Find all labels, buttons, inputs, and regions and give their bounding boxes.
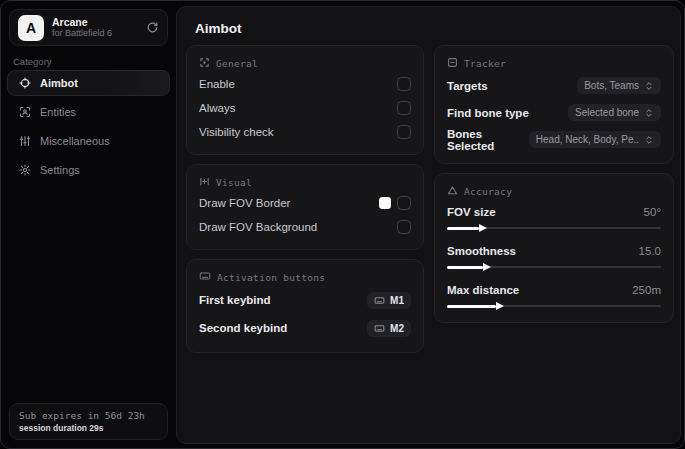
unfold-icon	[644, 81, 654, 91]
unfold-icon	[644, 108, 654, 118]
sidebar-item-miscellaneous[interactable]: Miscellaneous	[7, 128, 170, 154]
keyboard-icon	[374, 323, 385, 334]
enable-row: Enable	[199, 72, 411, 96]
sidebar-item-label: Settings	[40, 164, 80, 176]
unfold-icon	[644, 135, 654, 145]
second-keybind-button[interactable]: M2	[367, 320, 411, 337]
row-label: First keybind	[199, 294, 271, 306]
row-label: Enable	[199, 78, 235, 90]
app-title: Arcane	[52, 16, 138, 28]
keyboard-icon	[374, 295, 385, 306]
fov-size-slider[interactable]	[447, 224, 661, 232]
sidebar-item-label: Miscellaneous	[40, 135, 110, 147]
triangle-icon	[447, 182, 458, 200]
section-title: General	[216, 58, 258, 69]
second-keybind-row: Second keybind M2	[199, 314, 411, 342]
first-keybind-button[interactable]: M1	[367, 292, 411, 309]
minus-square-icon	[447, 54, 458, 72]
sidebar: A Arcane for Battlefield 6 Category Aimb…	[1, 1, 176, 448]
grid-icon	[199, 54, 210, 72]
row-label: Bones Selected	[447, 128, 529, 152]
accuracy-header: Accuracy	[447, 182, 661, 200]
dropdown-value: Selected bone	[575, 107, 639, 118]
left-column: General Enable Always Visibility check	[186, 45, 424, 353]
draw-fov-background-row: Draw FOV Background	[199, 215, 411, 239]
general-header: General	[199, 54, 411, 72]
draw-fov-border-checkbox[interactable]	[397, 196, 411, 210]
dropdown-value: Bots, Teams	[584, 80, 639, 91]
slider-handle[interactable]	[496, 302, 504, 310]
activation-buttons-card: Activation buttons First keybind M1 S	[186, 259, 424, 353]
app-subtitle: for Battlefield 6	[52, 28, 138, 38]
keybind-value: M1	[390, 295, 404, 306]
targets-row: Targets Bots, Teams	[447, 72, 661, 99]
row-label: Max distance	[447, 284, 519, 296]
smoothness-row: Smoothness 15.0	[447, 241, 661, 271]
brand: Arcane for Battlefield 6	[52, 16, 138, 38]
row-label: Find bone type	[447, 107, 529, 119]
row-label: Smoothness	[447, 245, 516, 257]
dropdown-value: Head, Neck, Body, Pe..	[536, 134, 639, 145]
smoothness-slider[interactable]	[447, 263, 661, 271]
slider-handle[interactable]	[483, 263, 491, 271]
session-duration-text: session duration 29s	[19, 423, 158, 433]
sidebar-item-label: Entities	[40, 106, 76, 118]
row-label: Draw FOV Background	[199, 221, 317, 233]
sliders-icon	[18, 135, 31, 147]
accuracy-card: Accuracy FOV size 50° Smoothness	[434, 173, 674, 323]
tracker-header: Tracker	[447, 54, 661, 72]
row-label: FOV size	[447, 206, 496, 218]
always-checkbox[interactable]	[397, 101, 411, 115]
activation-header: Activation buttons	[199, 268, 411, 286]
fov-size-row: FOV size 50°	[447, 202, 661, 232]
main-panel: Aimbot General Enable Always	[176, 6, 681, 444]
bones-selected-dropdown[interactable]: Head, Neck, Body, Pe..	[529, 131, 661, 148]
keyboard-icon	[199, 268, 211, 286]
visual-card: Visual Draw FOV Border Draw FOV Backgrou…	[186, 164, 424, 250]
draw-fov-background-checkbox[interactable]	[397, 220, 411, 234]
person-scan-icon	[18, 106, 31, 118]
targets-dropdown[interactable]: Bots, Teams	[577, 77, 661, 94]
visibility-check-checkbox[interactable]	[397, 125, 411, 139]
row-label: Always	[199, 102, 235, 114]
enable-checkbox[interactable]	[397, 77, 411, 91]
category-label: Category	[13, 56, 52, 67]
row-label: Second keybind	[199, 322, 287, 334]
sidebar-item-label: Aimbot	[40, 77, 78, 89]
sub-expiry-text: Sub expires in 56d 23h	[19, 410, 158, 421]
section-title: Visual	[216, 177, 252, 188]
subscription-card: Sub expires in 56d 23h session duration …	[9, 403, 168, 440]
row-label: Draw FOV Border	[199, 197, 290, 209]
smoothness-value: 15.0	[639, 245, 661, 257]
sidebar-item-entities[interactable]: Entities	[7, 99, 170, 125]
sidebar-item-aimbot[interactable]: Aimbot	[7, 70, 170, 96]
fov-border-color-swatch[interactable]	[379, 197, 391, 209]
always-row: Always	[199, 96, 411, 120]
bones-selected-row: Bones Selected Head, Neck, Body, Pe..	[447, 126, 661, 153]
app-window: A Arcane for Battlefield 6 Category Aimb…	[0, 0, 685, 449]
row-label: Targets	[447, 80, 488, 92]
crosshair-icon	[18, 77, 31, 89]
section-title: Tracker	[464, 58, 506, 69]
draw-fov-border-row: Draw FOV Border	[199, 191, 411, 215]
app-logo: A	[18, 15, 44, 41]
right-column: Tracker Targets Bots, Teams Find bone	[434, 45, 674, 323]
max-distance-slider[interactable]	[447, 302, 661, 310]
row-label: Visibility check	[199, 126, 274, 138]
visibility-check-row: Visibility check	[199, 120, 411, 144]
keybind-value: M2	[390, 323, 404, 334]
tracker-card: Tracker Targets Bots, Teams Find bone	[434, 45, 674, 164]
slider-handle[interactable]	[479, 224, 487, 232]
page-title: Aimbot	[195, 21, 242, 36]
refresh-icon[interactable]	[146, 21, 159, 34]
section-title: Accuracy	[464, 186, 512, 197]
find-bone-type-dropdown[interactable]: Selected bone	[568, 104, 661, 121]
gear-icon	[18, 164, 31, 176]
sidebar-item-settings[interactable]: Settings	[7, 157, 170, 183]
max-distance-value: 250m	[632, 284, 661, 296]
fov-size-value: 50°	[644, 206, 661, 218]
app-header-card: A Arcane for Battlefield 6	[9, 9, 168, 46]
visual-header: Visual	[199, 173, 411, 191]
find-bone-type-row: Find bone type Selected bone	[447, 99, 661, 126]
first-keybind-row: First keybind M1	[199, 286, 411, 314]
